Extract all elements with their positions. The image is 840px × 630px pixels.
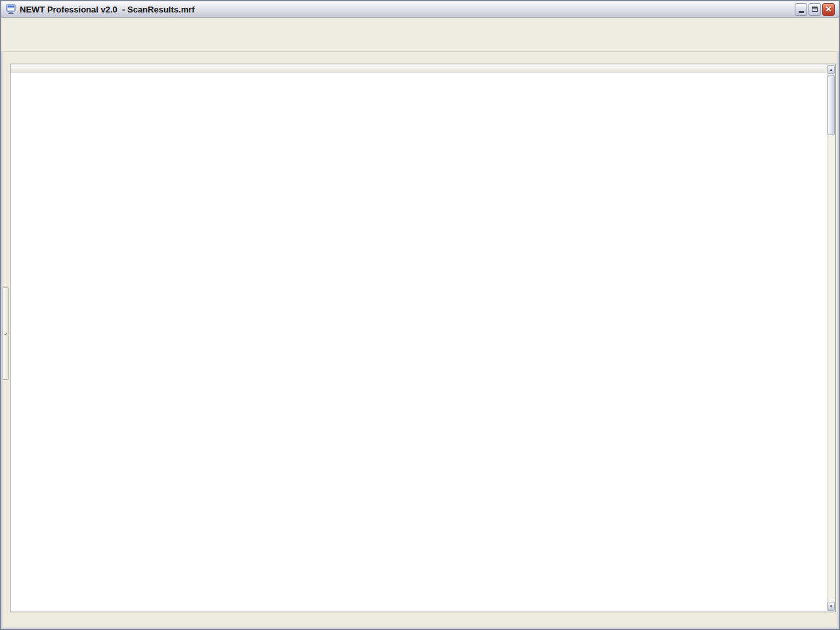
menu-bar	[1, 18, 839, 27]
title-bar[interactable]: NEWT Professional v2.0 - ScanResults.mrf…	[1, 1, 839, 18]
panel-splitter[interactable]: >	[3, 287, 9, 380]
window-title: NEWT Professional v2.0 - ScanResults.mrf	[20, 5, 795, 14]
status-bar	[3, 614, 837, 627]
vertical-scrollbar[interactable]: ▲ ▼	[827, 65, 835, 611]
chevron-right-icon: >	[4, 331, 7, 337]
scroll-down-icon[interactable]: ▼	[828, 602, 835, 611]
app-window: NEWT Professional v2.0 - ScanResults.mrf…	[0, 0, 840, 630]
minimize-button[interactable]	[795, 3, 807, 16]
minimize-icon	[799, 11, 804, 13]
close-button[interactable]: ✕	[822, 3, 835, 16]
close-icon: ✕	[825, 5, 831, 13]
maximize-icon	[812, 7, 818, 12]
scroll-up-icon[interactable]: ▲	[828, 65, 835, 74]
results-list: ▲ ▼	[10, 64, 836, 612]
table-header	[10, 64, 828, 74]
scrollbar-thumb[interactable]	[828, 75, 835, 135]
maximize-button[interactable]	[808, 3, 821, 16]
table-body	[10, 73, 828, 612]
tab-strip	[10, 52, 834, 64]
app-icon	[6, 4, 17, 14]
toolbar	[1, 27, 839, 52]
